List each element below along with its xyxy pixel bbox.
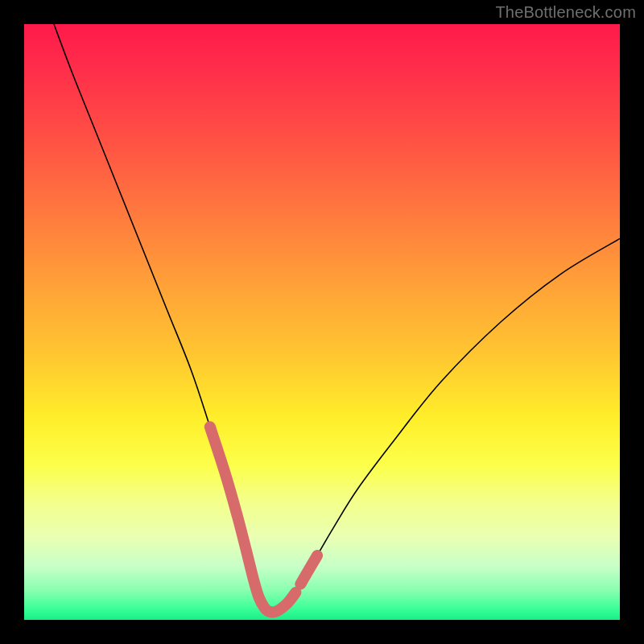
- curve-layer: [24, 24, 620, 620]
- marker-segment: [300, 555, 317, 584]
- marker-segment: [210, 427, 296, 612]
- watermark-text: TheBottleneck.com: [495, 3, 636, 22]
- marker-overlay-group: [210, 427, 317, 612]
- chart-stage: TheBottleneck.com: [0, 0, 644, 644]
- plot-area: [24, 24, 620, 620]
- bottleneck-curve-path: [54, 24, 620, 613]
